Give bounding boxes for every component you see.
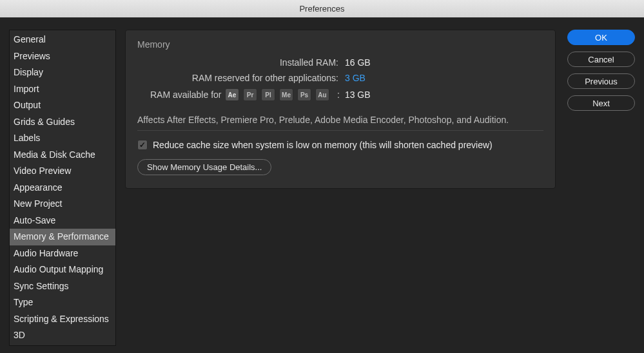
colon-separator: : [337, 90, 340, 100]
sidebar-item-video-preview[interactable]: Video Preview [10, 163, 115, 180]
affects-note: Affects After Effects, Premiere Pro, Pre… [137, 114, 543, 126]
sidebar-item-audio-output-mapping[interactable]: Audio Output Mapping [10, 262, 115, 278]
title-bar: Preferences [0, 0, 644, 18]
sidebar-item-appearance[interactable]: Appearance [10, 180, 115, 196]
memory-panel: Memory Installed RAM: 16 GB RAM reserved… [125, 30, 556, 189]
available-ram-value: 13 GB [345, 90, 371, 100]
ae-icon: Ae [225, 88, 239, 101]
window-title: Preferences [299, 4, 344, 14]
previous-button[interactable]: Previous [567, 73, 635, 89]
sidebar-item-auto-save[interactable]: Auto-Save [10, 213, 115, 229]
ps-icon: Ps [297, 88, 311, 101]
app-icons-group: AePrPlMePsAu [225, 88, 329, 101]
pr-icon: Pr [243, 88, 257, 101]
installed-ram-label: Installed RAM: [137, 57, 345, 68]
ok-button[interactable]: OK [567, 30, 635, 45]
main-area: GeneralPreviewsDisplayImportOutputGrids … [0, 18, 644, 353]
sidebar-item-general[interactable]: General [10, 30, 115, 48]
pl-icon: Pl [261, 88, 275, 101]
reserved-ram-label: RAM reserved for other applications: [137, 73, 345, 83]
sidebar-item-new-project[interactable]: New Project [10, 196, 115, 213]
installed-ram-row: Installed RAM: 16 GB [137, 57, 543, 68]
dialog-buttons: OK Cancel Previous Next [567, 30, 635, 344]
cancel-button[interactable]: Cancel [567, 52, 635, 67]
reduce-cache-label: Reduce cache size when system is low on … [153, 140, 493, 150]
sidebar-item-media-disk-cache[interactable]: Media & Disk Cache [10, 147, 115, 164]
divider [137, 130, 543, 131]
sidebar-item-memory-performance[interactable]: Memory & Performance [10, 229, 115, 245]
sidebar-item-display[interactable]: Display [10, 64, 115, 81]
au-icon: Au [315, 88, 329, 101]
reserved-ram-value[interactable]: 3 GB [345, 73, 366, 83]
content-area: Memory Installed RAM: 16 GB RAM reserved… [125, 30, 635, 344]
reserved-ram-row: RAM reserved for other applications: 3 G… [137, 73, 543, 83]
installed-ram-value: 16 GB [345, 57, 371, 68]
reduce-cache-row: ✓ Reduce cache size when system is low o… [137, 140, 543, 150]
next-button[interactable]: Next [567, 95, 635, 111]
sidebar-item-3d[interactable]: 3D [10, 327, 115, 345]
reduce-cache-checkbox[interactable]: ✓ [137, 140, 148, 150]
sidebar-item-labels[interactable]: Labels [10, 130, 115, 147]
sidebar-item-output[interactable]: Output [10, 97, 115, 114]
memory-details-button[interactable]: Show Memory Usage Details... [137, 159, 271, 175]
sidebar: GeneralPreviewsDisplayImportOutputGrids … [9, 30, 116, 346]
me-icon: Me [279, 88, 293, 101]
sidebar-item-import[interactable]: Import [10, 81, 115, 98]
sidebar-item-grids-guides[interactable]: Grids & Guides [10, 114, 115, 131]
sidebar-item-previews[interactable]: Previews [10, 48, 115, 65]
available-ram-row: RAM available for AePrPlMePsAu : 13 GB [137, 88, 543, 101]
sidebar-item-type[interactable]: Type [10, 294, 115, 311]
sidebar-item-scripting-expressions[interactable]: Scripting & Expressions [10, 311, 115, 328]
sidebar-item-sync-settings[interactable]: Sync Settings [10, 278, 115, 295]
memory-heading: Memory [137, 39, 543, 50]
sidebar-item-audio-hardware[interactable]: Audio Hardware [10, 245, 115, 262]
available-ram-label: RAM available for [137, 90, 222, 100]
